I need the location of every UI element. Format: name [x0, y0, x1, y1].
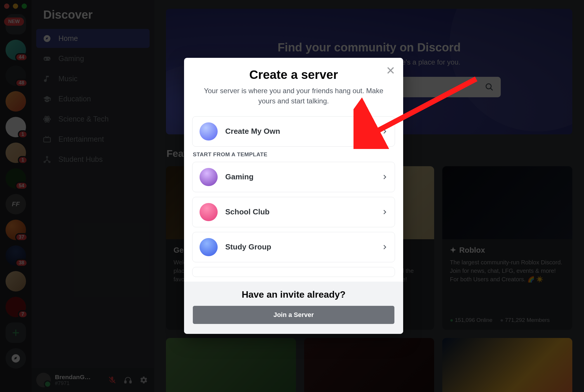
- create-server-modal: Create a server Your server is where you…: [184, 58, 403, 334]
- join-server-button[interactable]: Join a Server: [193, 306, 394, 324]
- create-my-own-option[interactable]: Create My Own: [192, 116, 395, 147]
- option-label: Create My Own: [225, 127, 374, 136]
- gaming-icon: [200, 168, 218, 186]
- template-option-study-group[interactable]: Study Group: [192, 232, 395, 262]
- option-label: Study Group: [225, 242, 374, 251]
- template-option-gaming[interactable]: Gaming: [192, 162, 395, 192]
- chevron-right-icon: [382, 244, 388, 250]
- modal-subtitle: Your server is where you and your friend…: [196, 86, 391, 106]
- close-icon: [386, 65, 396, 75]
- modal-title: Create a server: [196, 68, 391, 82]
- study-icon: [200, 238, 218, 256]
- chevron-right-icon: [382, 209, 388, 215]
- modal-options-scroll[interactable]: Create My Own START FROM A TEMPLATE Gami…: [184, 109, 403, 282]
- club-icon: [200, 203, 218, 221]
- modal-footer: Have an invite already? Join a Server: [184, 282, 403, 334]
- invite-heading: Have an invite already?: [193, 289, 394, 300]
- option-label: Gaming: [225, 172, 374, 181]
- template-option-school-club[interactable]: School Club: [192, 197, 395, 227]
- chevron-right-icon: [382, 129, 388, 134]
- chevron-right-icon: [382, 174, 388, 180]
- globe-icon: [200, 122, 218, 141]
- close-modal-button[interactable]: [386, 65, 396, 75]
- template-option-partial[interactable]: [192, 267, 395, 277]
- template-heading: START FROM A TEMPLATE: [193, 151, 395, 158]
- option-label: School Club: [225, 207, 374, 216]
